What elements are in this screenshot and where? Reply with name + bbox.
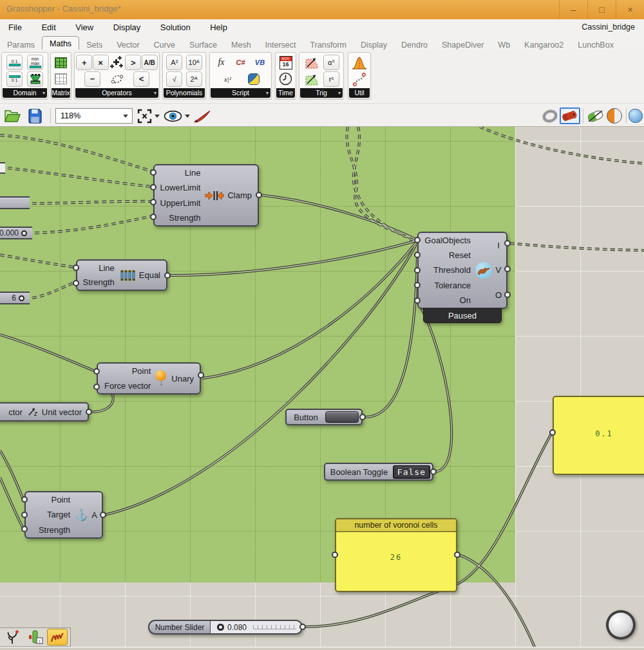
tab-transform[interactable]: Transform (303, 39, 354, 51)
zoom-extents-dropdown-icon[interactable] (155, 115, 160, 118)
output-port[interactable] (504, 240, 511, 246)
input-port[interactable] (150, 169, 156, 176)
tab-intersect[interactable]: Intersect (258, 39, 303, 51)
arc-sine-icon[interactable] (303, 55, 319, 70)
radians-icon[interactable]: rᶜ (323, 71, 339, 87)
number-slider-widget[interactable]: Number Slider 0.080 (148, 620, 303, 635)
interpolate-icon[interactable] (352, 71, 368, 87)
menu-edit[interactable]: Edit (33, 19, 64, 35)
power10-icon[interactable]: 10ᴬ (186, 55, 202, 70)
tree-view-button[interactable] (2, 629, 23, 645)
maximize-button[interactable]: □ (587, 0, 616, 19)
component-info-button[interactable]: i (24, 629, 45, 645)
sqrt-icon[interactable]: √ (166, 71, 182, 87)
python-icon[interactable] (245, 71, 261, 87)
evaluate-icon[interactable]: x|² (220, 71, 236, 87)
input-port[interactable] (332, 552, 338, 558)
group-label-util[interactable]: Util (349, 88, 370, 98)
tab-maths[interactable]: Maths (42, 36, 79, 50)
tab-sets[interactable]: Sets (79, 39, 109, 51)
input-port[interactable] (21, 526, 28, 532)
group-label-trig[interactable]: Trig▾ (300, 88, 343, 98)
output-port[interactable] (86, 409, 92, 415)
button-widget[interactable]: Button (285, 409, 363, 425)
input-port[interactable] (549, 429, 556, 436)
hide-preview-button[interactable] (587, 107, 604, 124)
construct-domain-icon[interactable]: 0 1 (6, 55, 23, 70)
save-file-button[interactable] (27, 107, 43, 124)
preview-dropdown-icon[interactable] (185, 115, 190, 118)
input-port[interactable] (150, 199, 156, 205)
shaded-preview-button[interactable] (560, 107, 580, 124)
unit-vector-node[interactable]: ctor z Unit vector (0, 402, 89, 422)
open-file-button[interactable] (4, 107, 21, 124)
tab-params[interactable]: Params (0, 39, 42, 51)
menu-file[interactable]: File (0, 19, 30, 35)
display-mode-button[interactable] (629, 107, 644, 124)
group-label-domain[interactable]: Domain▾ (3, 88, 47, 98)
tab-display[interactable]: Display (354, 39, 394, 51)
smaller-than-icon[interactable]: < (133, 71, 149, 87)
input-port[interactable] (414, 297, 421, 304)
tab-curve[interactable]: Curve (147, 39, 182, 51)
input-port[interactable] (21, 512, 28, 518)
degrees-icon[interactable]: α° (323, 55, 339, 70)
deconstruct-domain-icon[interactable]: 0 1 (6, 71, 23, 87)
output-port[interactable] (504, 292, 511, 298)
arc-cosine-icon[interactable] (303, 71, 319, 87)
menu-view[interactable]: View (67, 19, 102, 35)
edge-slider-6[interactable]: 6 (0, 292, 30, 304)
menu-solution[interactable]: Solution (152, 19, 199, 35)
input-port[interactable] (150, 214, 156, 220)
subtraction-icon[interactable]: − (84, 71, 100, 87)
zoom-extents-button[interactable] (137, 107, 160, 124)
addition-icon[interactable]: + (76, 55, 92, 70)
tab-wb[interactable]: Wb (491, 39, 517, 51)
output-port[interactable] (454, 552, 460, 558)
input-port[interactable] (150, 184, 156, 190)
slider-knob[interactable] (19, 295, 24, 301)
grasshopper-canvas[interactable]: 0.000 6 Line LowerLimit UpperLimit Stren… (0, 127, 644, 650)
slider-knob[interactable] (21, 230, 27, 236)
group-label-polynomials[interactable]: Polynomials (164, 88, 205, 98)
sketch-button[interactable] (192, 107, 212, 124)
tab-shapediver[interactable]: ShapeDiver (435, 39, 491, 51)
expression-icon[interactable]: fx (213, 55, 229, 70)
output-port[interactable] (164, 272, 171, 279)
gaussian-icon[interactable] (352, 55, 368, 70)
unary-force-node[interactable]: Point Force vector ↓ Unary (97, 362, 201, 395)
output-port[interactable] (299, 624, 306, 630)
output-port[interactable] (256, 192, 262, 198)
group-label-operators[interactable]: Operators▾ (75, 88, 158, 98)
tab-vector[interactable]: Vector (109, 39, 146, 51)
input-port[interactable] (414, 252, 421, 258)
output-port[interactable] (359, 414, 366, 420)
preview-button[interactable] (164, 107, 190, 124)
clock-icon[interactable] (278, 71, 294, 87)
equal-node[interactable]: Line Strength Equal (76, 259, 167, 291)
value-panel[interactable]: 0.1 (553, 396, 644, 475)
tab-kangaroo2[interactable]: Kangaroo2 (517, 39, 571, 51)
input-port[interactable] (414, 237, 421, 243)
voronoi-count-panel[interactable]: number of voronoi cells 26 (335, 518, 457, 592)
tab-lunchbox[interactable]: LunchBox (571, 39, 621, 51)
group-label-time[interactable]: Time (276, 88, 295, 98)
close-button[interactable]: × (616, 0, 644, 19)
minimize-button[interactable]: – (559, 0, 587, 19)
canvas-navigation-ball[interactable] (606, 610, 636, 640)
tab-mesh[interactable]: Mesh (224, 39, 258, 51)
multiplication-icon[interactable]: × (93, 55, 109, 70)
input-port[interactable] (21, 496, 28, 503)
input-port[interactable] (414, 282, 421, 288)
division-icon[interactable]: A/B (142, 55, 158, 70)
tab-dendro[interactable]: Dendro (394, 39, 435, 51)
input-port[interactable] (73, 265, 79, 271)
zoom-level-combobox[interactable]: 118% (55, 108, 133, 124)
slider-knob[interactable] (217, 624, 224, 631)
mass-addition-icon[interactable] (109, 55, 125, 70)
kangaroo-solver-node[interactable]: GoalObjects Reset Threshold Tolerance On… (417, 232, 507, 309)
menu-help[interactable]: Help (202, 19, 236, 35)
push-button[interactable] (325, 411, 359, 423)
matrix-white-icon[interactable] (53, 71, 69, 87)
wireframe-preview-button[interactable] (542, 107, 558, 124)
